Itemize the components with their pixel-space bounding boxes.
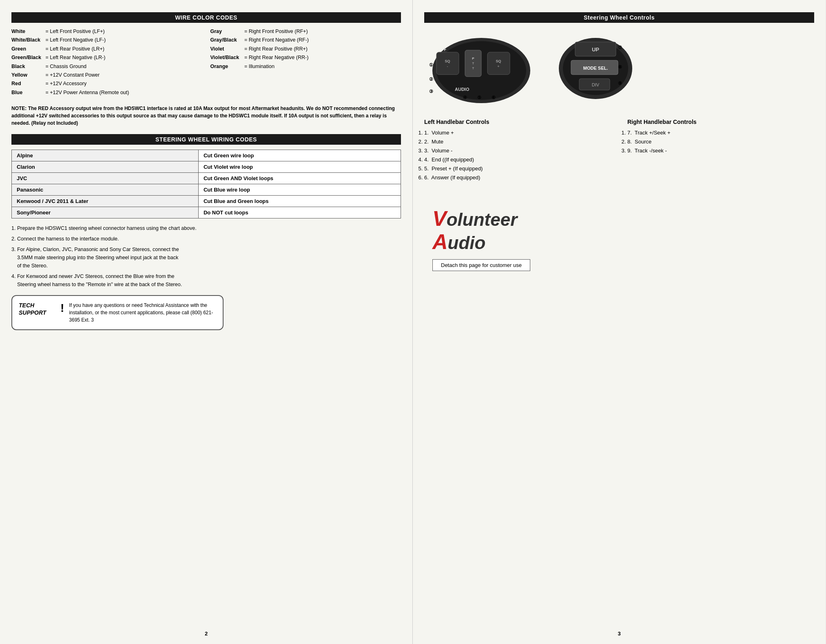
svg-text:DIV: DIV — [592, 82, 600, 87]
wire-name: White — [11, 28, 44, 35]
wire-desc: = Right Front Negative (RF-) — [243, 36, 309, 44]
svg-text:③: ③ — [429, 89, 433, 94]
wire-item: White/Black = Left Front Negative (LF-) — [11, 36, 202, 44]
instruction-cell: Cut Green AND Violet loops — [198, 173, 401, 184]
left-handlebar-image: SQ - P T T SQ + + AUDIO ① ② ③ ④ ⑤ — [424, 28, 538, 110]
steering-wheel-wiring-header: STEERING WHEEL WIRING CODES — [11, 134, 401, 145]
list-item: 7. Track +/Seek + — [627, 128, 814, 137]
wire-desc: = Left Rear Positive (LR+) — [44, 45, 104, 53]
wire-desc: = Right Rear Negative (RR-) — [243, 54, 309, 62]
tech-support-box: TECHSUPPORT ! If you have any questions … — [11, 295, 224, 330]
wire-item: Orange = Illumination — [210, 63, 401, 71]
svg-text:④: ④ — [463, 95, 467, 100]
wire-name: White/Black — [11, 36, 44, 44]
table-row: Alpine Cut Green wire loop — [12, 150, 401, 161]
svg-text:MODE SEL.: MODE SEL. — [583, 66, 608, 71]
wire-item: Gray/Black = Right Front Negative (RF-) — [210, 36, 401, 44]
logo-text: Volunteer Audio — [432, 207, 814, 254]
wire-name: Orange — [210, 63, 243, 71]
right-page: Steering Wheel Controls SQ - P T T SQ + — [413, 0, 826, 644]
list-item: 9. Track -/seek - — [627, 146, 814, 155]
svg-text:⑥: ⑥ — [492, 95, 496, 100]
wire-desc: = Chassis Ground — [44, 63, 86, 71]
handlebar-images: SQ - P T T SQ + + AUDIO ① ② ③ ④ ⑤ — [424, 28, 814, 110]
list-item: 2. Mute — [424, 137, 611, 146]
svg-text:T: T — [472, 62, 474, 65]
wire-name: Violet/Black — [210, 54, 243, 62]
left-handlebar-list: 1. Volume + 2. Mute 3. Volume - 4. End (… — [424, 128, 611, 183]
steering-wheel-wiring-section: STEERING WHEEL WIRING CODES Alpine Cut G… — [11, 134, 401, 218]
wire-name: Green/Black — [11, 54, 44, 62]
right-handlebar-svg: UP MODE SEL. DIV ⑦ ⑧ ⑨ — [551, 28, 640, 109]
wire-desc: = +12V Constant Power — [44, 71, 100, 79]
wire-item — [210, 89, 401, 97]
brand-cell: Panasonic — [12, 184, 199, 196]
wire-item: White = Left Front Positive (LF+) — [11, 28, 202, 35]
svg-text:-: - — [447, 64, 448, 68]
svg-rect-2 — [436, 52, 459, 75]
wire-item: Violet/Black = Right Rear Negative (RR-) — [210, 54, 401, 62]
note-section: NOTE: The RED Accessory output wire from… — [11, 105, 401, 127]
instruction-cell: Cut Green wire loop — [198, 150, 401, 161]
wire-desc: = Right Front Positive (RF+) — [243, 28, 308, 35]
instruction-3: 3. For Alpine, Clarion, JVC, Panasonic a… — [11, 245, 401, 270]
steering-wheel-wiring-table: Alpine Cut Green wire loop Clarion Cut V… — [11, 150, 401, 218]
instruction-cell: Do NOT cut loops — [198, 207, 401, 218]
steering-controls-header: Steering Wheel Controls — [424, 12, 814, 23]
list-item: 5. Preset + (If equipped) — [424, 164, 611, 173]
wire-item: Blue = +12V Power Antenna (Remote out) — [11, 89, 202, 97]
svg-text:+: + — [443, 46, 446, 53]
left-handlebar-title: Left Handlebar Controls — [424, 119, 611, 125]
wire-desc: = Left Front Positive (LF+) — [44, 28, 105, 35]
logo-a: A — [432, 230, 448, 254]
wire-desc: = Left Rear Negative (LR-) — [44, 54, 105, 62]
note-text: NOTE: The RED Accessory output wire from… — [11, 105, 401, 127]
wire-item: Violet = Right Rear Positive (RR+) — [210, 45, 401, 53]
wire-item — [210, 80, 401, 88]
svg-text:⑨: ⑨ — [618, 81, 622, 86]
brand-cell: JVC — [12, 173, 199, 184]
svg-text:P: P — [472, 57, 474, 60]
wire-name: Blue — [11, 89, 44, 97]
left-handlebar-controls: Left Handlebar Controls 1. Volume + 2. M… — [424, 119, 611, 183]
wire-item: Green = Left Rear Positive (LR+) — [11, 45, 202, 53]
list-item: 4. End ((If equipped) — [424, 155, 611, 164]
svg-text:AUDIO: AUDIO — [455, 87, 469, 92]
logo-box: Volunteer Audio Detach this page for cus… — [424, 207, 814, 271]
tech-label-text: TECHSUPPORT — [19, 302, 46, 316]
right-handlebar-image: UP MODE SEL. DIV ⑦ ⑧ ⑨ — [551, 28, 640, 110]
svg-text:SQ: SQ — [445, 59, 450, 63]
table-row: Panasonic Cut Blue wire loop — [12, 184, 401, 196]
page-number-left: 2 — [205, 631, 208, 637]
wire-desc: = Right Rear Positive (RR+) — [243, 45, 308, 53]
instruction-cell: Cut Violet wire loop — [198, 161, 401, 173]
wire-item: Red = +12V Accessory — [11, 80, 202, 88]
svg-text:⑤: ⑤ — [477, 95, 481, 100]
brand-cell: Clarion — [12, 161, 199, 173]
instruction-2: 2. Connect the harness to the interface … — [11, 235, 401, 243]
instruction-cell: Cut Blue wire loop — [198, 184, 401, 196]
wire-item: Gray = Right Front Positive (RF+) — [210, 28, 401, 35]
left-handlebar-svg: SQ - P T T SQ + + AUDIO ① ② ③ ④ ⑤ — [424, 28, 538, 109]
instruction-cell: Cut Blue and Green loops — [198, 196, 401, 207]
wire-name: Gray — [210, 28, 243, 35]
table-row: JVC Cut Green AND Violet loops — [12, 173, 401, 184]
wire-color-codes-section: WIRE COLOR CODES White = Left Front Posi… — [11, 12, 401, 97]
svg-text:UP: UP — [592, 46, 599, 53]
svg-text:①: ① — [429, 62, 433, 67]
tech-support-text: If you have any questions or need Techni… — [69, 302, 216, 324]
svg-text:⑦: ⑦ — [618, 45, 622, 50]
left-page: WIRE COLOR CODES White = Left Front Posi… — [0, 0, 413, 644]
brand-cell: Sony/Pioneer — [12, 207, 199, 218]
wire-name: Black — [11, 63, 44, 71]
table-row: Kenwood / JVC 2011 & Later Cut Blue and … — [12, 196, 401, 207]
wire-codes-grid: White = Left Front Positive (LF+) Gray =… — [11, 28, 401, 97]
logo-olunteer: olunteer — [447, 210, 518, 229]
svg-rect-9 — [487, 52, 510, 75]
wire-item: Yellow = +12V Constant Power — [11, 71, 202, 79]
wire-item — [210, 71, 401, 79]
wire-desc: = +12V Accessory — [44, 80, 86, 88]
instruction-4: 4. For Kenwood and newer JVC Stereos, co… — [11, 272, 401, 289]
instruction-1: 1. Prepare the HDSWC1 steering wheel con… — [11, 224, 401, 232]
wire-desc: = Left Front Negative (LF-) — [44, 36, 106, 44]
